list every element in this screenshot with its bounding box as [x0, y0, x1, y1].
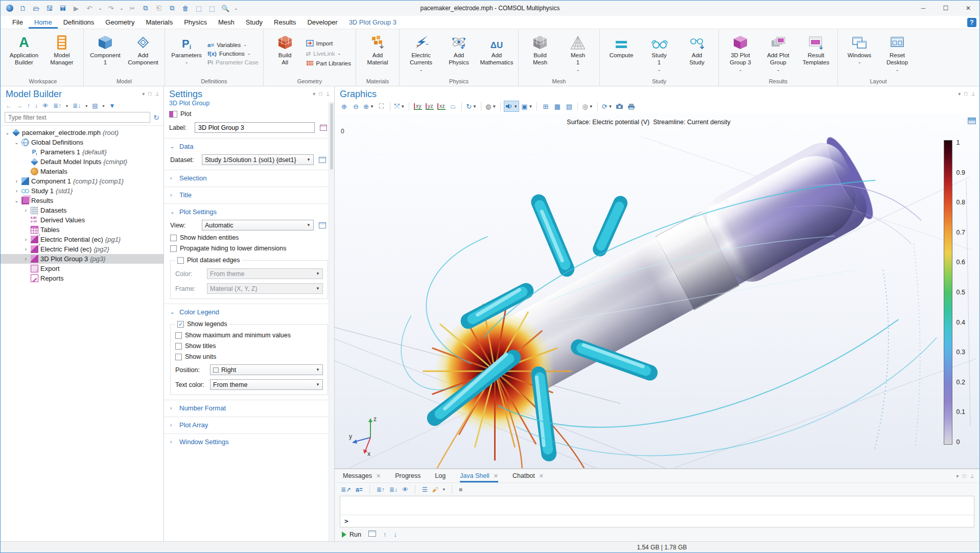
expander-icon[interactable]: ⌄: [14, 198, 19, 203]
show-entries-icon[interactable]: 👁: [402, 486, 408, 493]
panel-menu-icon[interactable]: ▾: [958, 91, 961, 97]
rename-plot-button[interactable]: [318, 122, 329, 133]
back-icon[interactable]: ←: [6, 102, 12, 109]
expander-icon[interactable]: ›: [14, 188, 19, 194]
close-icon[interactable]: ✕: [494, 473, 498, 479]
run-icon[interactable]: ▶: [70, 3, 82, 14]
expand-entries-icon[interactable]: ≣↓: [389, 486, 398, 493]
tree-item-electric-field[interactable]: ›*Electric Field (ec){pg2}: [1, 244, 164, 254]
view-properties-button[interactable]: [317, 220, 328, 231]
functions-button[interactable]: f(x) Functions⌄: [207, 51, 259, 57]
panel-pin-icon[interactable]: ⊥: [971, 91, 975, 97]
update-plot-icon[interactable]: ⟳▼: [601, 101, 614, 112]
expand-all-icon[interactable]: ≣↓: [73, 102, 81, 109]
tree-item-export[interactable]: Export: [1, 264, 164, 273]
forward-icon[interactable]: →: [16, 102, 22, 109]
close-button[interactable]: ✕: [957, 1, 979, 16]
select-box-icon[interactable]: ⬚: [193, 3, 205, 14]
rotate-view-icon[interactable]: ↻▼: [465, 101, 478, 112]
parameters-button[interactable]: Pi Parameters ⌄: [169, 31, 204, 76]
text-color-combo[interactable]: From theme▼: [210, 379, 323, 390]
electric-currents-button[interactable]: +− Electric Currents ⌄: [403, 31, 439, 76]
move-down-icon[interactable]: ↓: [35, 102, 38, 109]
run-button[interactable]: Run: [342, 531, 361, 538]
show-variables-icon[interactable]: a=: [356, 486, 363, 493]
open-file-icon[interactable]: 🗁: [30, 3, 42, 14]
print-icon[interactable]: [626, 101, 637, 112]
zoom-in-icon[interactable]: ⊕: [339, 101, 349, 112]
new-file-icon[interactable]: 🗋: [17, 3, 29, 14]
scrollbar-thumb[interactable]: [330, 103, 333, 170]
tab-messages[interactable]: Messages✕: [343, 469, 381, 482]
import-button[interactable]: Import: [306, 40, 351, 48]
deselect-box-icon[interactable]: ⬚: [206, 3, 218, 14]
section-data-header[interactable]: ⌄Data: [170, 143, 328, 150]
stop-icon[interactable]: ■: [459, 486, 462, 493]
collapse-entries-icon[interactable]: ≣↑: [377, 486, 385, 493]
add-component-button[interactable]: Add Component: [125, 31, 161, 76]
qat-overflow-icon[interactable]: ⌄: [232, 3, 240, 14]
tree-item-derived-values[interactable]: 8.85e-12Derived Values: [1, 215, 164, 225]
livelink-button[interactable]: ⇄ LiveLink⌄: [306, 50, 351, 57]
tab-progress[interactable]: Progress: [395, 469, 421, 482]
show-hidden-entities-checkbox[interactable]: [170, 235, 177, 241]
expander-icon[interactable]: ›: [23, 237, 29, 242]
application-builder-button[interactable]: A Application Builder: [6, 31, 42, 76]
word-wrap-icon[interactable]: ☰: [422, 486, 428, 493]
expander-icon[interactable]: ›: [14, 178, 19, 184]
panel-float-icon[interactable]: □: [963, 473, 966, 479]
3d-plot-group-3-button[interactable]: 3D Plot Group 3 ⌄: [722, 31, 758, 76]
frame-combo[interactable]: Material (X, Y, Z)▼: [207, 283, 323, 294]
tab-study[interactable]: Study: [240, 16, 268, 29]
section-title-header[interactable]: ›Title: [170, 191, 328, 199]
section-window-settings-header[interactable]: ›Window Settings: [170, 438, 328, 446]
panel-pin-icon[interactable]: ⊥: [970, 473, 974, 479]
zoom-out-icon[interactable]: ⊖: [351, 101, 361, 112]
refresh-icon[interactable]: ↻: [153, 113, 159, 122]
reset-desktop-button[interactable]: Reset Desktop ⌄: [879, 31, 915, 76]
tree-item-global-definitions[interactable]: ⌄Global Definitions: [1, 137, 164, 147]
snapshot-camera-icon[interactable]: [614, 101, 625, 112]
java-shell-input[interactable]: [340, 496, 974, 515]
result-templates-button[interactable]: Result Templates: [798, 31, 834, 76]
tab-definitions[interactable]: Definitions: [58, 16, 100, 29]
redo-icon[interactable]: ↷: [105, 3, 117, 14]
tab-chatbot[interactable]: Chatbot✕: [512, 469, 544, 482]
panel-menu-icon[interactable]: ▾: [313, 91, 315, 97]
view-xz-icon[interactable]: xz: [436, 101, 447, 112]
maximize-button[interactable]: ☐: [935, 1, 957, 16]
study-1-button[interactable]: Study 1 ⌄: [641, 31, 677, 76]
show-max-min-checkbox[interactable]: [175, 332, 182, 339]
save-icon[interactable]: 🖫: [43, 3, 56, 14]
wireframe-rendering-icon[interactable]: ◍▼: [484, 101, 497, 112]
parameter-case-button[interactable]: Pi Parameter Case: [207, 59, 259, 65]
go-to-view-icon[interactable]: ⤱▼: [393, 101, 406, 112]
view-yz-icon[interactable]: yz: [424, 101, 435, 112]
tab-developer[interactable]: Developer: [301, 16, 343, 29]
show-units-checkbox[interactable]: [175, 354, 182, 360]
settings-scrollbar[interactable]: [329, 102, 334, 541]
tree-item-materials[interactable]: Materials: [1, 167, 164, 176]
duplicate-icon[interactable]: ⧉: [166, 3, 178, 14]
section-color-legend-header[interactable]: ⌄Color Legend: [170, 308, 328, 316]
tree-item-root[interactable]: ⌄pacemaker_electrode.mph(root): [1, 128, 164, 137]
dataset-combo[interactable]: Study 1/Solution 1 (sol1) {dset1}▼: [202, 154, 314, 165]
filter-funnel-icon[interactable]: ▼: [109, 102, 115, 109]
tree-item-tables[interactable]: Tables: [1, 225, 164, 235]
dataset-properties-button[interactable]: [317, 154, 328, 165]
zoom-extents-icon[interactable]: ⛶: [376, 101, 387, 112]
minimize-button[interactable]: ─: [912, 1, 935, 16]
tab-results[interactable]: Results: [268, 16, 301, 29]
expander-icon[interactable]: ›: [23, 208, 29, 213]
section-number-format-header[interactable]: ›Number Format: [170, 404, 328, 412]
position-combo[interactable]: Right▼: [210, 364, 323, 375]
orthographic-projection-icon[interactable]: ⏢: [448, 101, 458, 112]
tab-geometry[interactable]: Geometry: [100, 16, 140, 29]
section-plot-array-header[interactable]: ›Plot Array: [170, 421, 328, 429]
propagate-hiding-checkbox[interactable]: [170, 245, 177, 252]
close-icon[interactable]: ✕: [376, 473, 381, 479]
panel-float-icon[interactable]: □: [319, 91, 322, 97]
color-palette-icon[interactable]: [968, 118, 976, 124]
tree-item-reports[interactable]: Reports: [1, 273, 164, 283]
add-study-button[interactable]: Add Study: [679, 31, 715, 76]
